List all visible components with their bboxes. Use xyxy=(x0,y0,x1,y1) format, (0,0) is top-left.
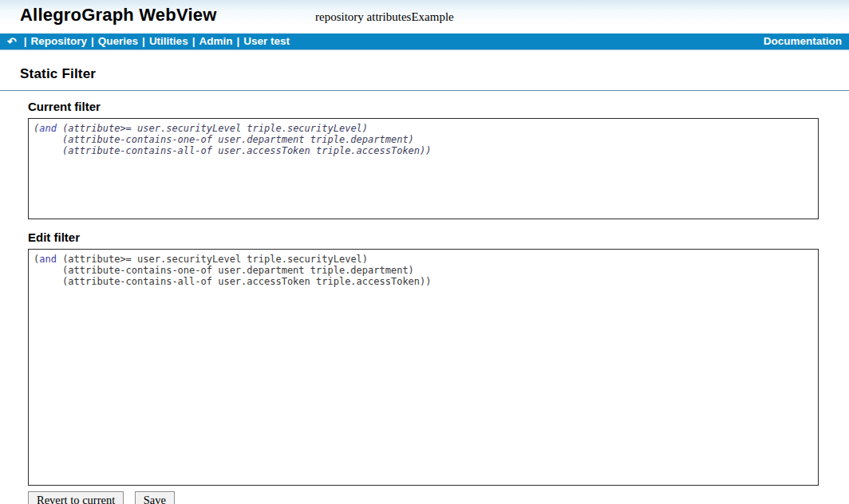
nav-separator: | xyxy=(232,35,243,47)
main-navbar: ↶ | Repository | Queries | Utilities | A… xyxy=(0,33,849,50)
current-filter-label: Current filter xyxy=(28,100,849,113)
code-keyword: and xyxy=(39,123,57,134)
nav-separator: | xyxy=(188,35,199,47)
edit-filter-label: Edit filter xyxy=(28,230,849,244)
save-button[interactable]: Save xyxy=(135,491,175,504)
code-text: (attribute>= user.securityLevel triple.s… xyxy=(57,254,368,265)
nav-separator: | xyxy=(87,35,98,47)
nav-item-documentation[interactable]: Documentation xyxy=(764,35,842,47)
repository-label: repository attributesExample xyxy=(315,10,454,24)
code-line: (attribute-contains-one-of user.departme… xyxy=(34,134,813,145)
nav-separator: | xyxy=(138,35,149,47)
button-row: Revert to current Save xyxy=(28,491,849,504)
current-filter-display: (and (attribute>= user.securityLevel tri… xyxy=(28,118,819,219)
edit-filter-editor[interactable]: (and (attribute>= user.securityLevel tri… xyxy=(28,249,819,486)
nav-item-repository[interactable]: Repository xyxy=(31,35,88,47)
nav-item-user[interactable]: User test xyxy=(243,35,290,47)
nav-left-group: ↶ | Repository | Queries | Utilities | A… xyxy=(7,35,290,48)
code-text: (attribute-contains-one-of user.departme… xyxy=(34,134,414,145)
nav-item-queries[interactable]: Queries xyxy=(98,35,138,47)
nav-item-admin[interactable]: Admin xyxy=(199,35,232,47)
code-line: (and (attribute>= user.securityLevel tri… xyxy=(34,123,813,134)
page-title-row: Static Filter xyxy=(0,50,849,91)
code-line: (attribute-contains-all-of user.accessTo… xyxy=(34,145,813,156)
code-text: (attribute>= user.securityLevel triple.s… xyxy=(57,123,368,134)
revert-to-current-button[interactable]: Revert to current xyxy=(28,491,124,504)
code-text: (attribute-contains-all-of user.accessTo… xyxy=(34,145,432,156)
back-arrow-icon[interactable]: ↶ xyxy=(7,35,17,48)
code-text: (attribute-contains-one-of user.departme… xyxy=(34,265,414,276)
nav-item-utilities[interactable]: Utilities xyxy=(149,35,188,47)
app-title: AllegroGraph WebView xyxy=(20,5,216,26)
code-keyword: and xyxy=(39,254,57,265)
code-line: (attribute-contains-all-of user.accessTo… xyxy=(34,276,813,287)
masthead: AllegroGraph WebView repository attribut… xyxy=(0,0,849,33)
code-line: (and (attribute>= user.securityLevel tri… xyxy=(34,254,813,265)
page-title: Static Filter xyxy=(20,66,96,81)
code-text: (attribute-contains-all-of user.accessTo… xyxy=(34,276,432,287)
nav-separator: | xyxy=(20,35,31,47)
code-line: (attribute-contains-one-of user.departme… xyxy=(34,265,813,276)
